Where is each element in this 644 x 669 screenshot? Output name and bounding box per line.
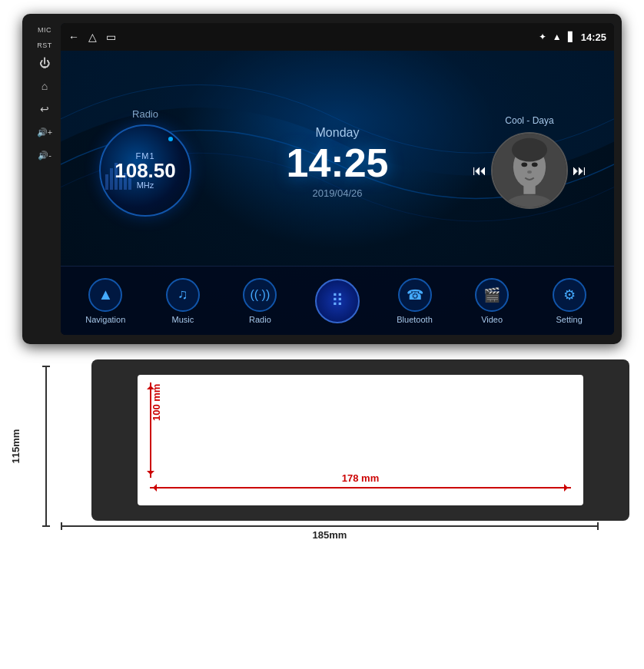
status-bar: ← △ ▭ ✦ ▲ ▋ 14:25 [61,23,614,51]
radio-label: Radio [249,315,271,324]
diagram-area: 178 mm 100 mm 185mm [61,359,622,527]
radio-icon: ((·)) [243,278,277,312]
clock-panel: Monday 14:25 2019/04/26 [222,58,453,266]
next-track-button[interactable]: ⏭ [573,163,586,179]
inner-width-label: 178 mm [342,472,379,484]
power-button[interactable]: ⏻ [34,54,55,72]
clock-day: Monday [316,126,360,140]
bluetooth-status-icon: ✦ [539,31,546,42]
app-video[interactable]: 🎬 Video [465,278,519,324]
signal-status-icon: ▋ [568,31,575,42]
album-art-container: ⏮ [473,132,586,209]
clock-time: 14:25 [287,143,389,183]
status-time: 14:25 [581,31,606,43]
radio-frequency: 108.50 [115,161,176,180]
navigation-icon: ▲ [88,278,122,312]
svg-point-13 [532,162,538,167]
vol-up-button[interactable]: 🔊+ [34,123,55,141]
music-track-label: Cool - Daya [505,115,553,126]
app-navigation[interactable]: ▲ Navigation [78,278,132,324]
video-label: Video [481,315,503,324]
music-icon: ♫ [166,278,200,312]
radio-display: FM1 108.50 MHz [99,124,191,217]
svg-point-12 [521,162,527,167]
svg-rect-2 [110,168,113,190]
mic-label: MIC [38,26,51,34]
mic-area: MIC [38,26,51,34]
home-side-button[interactable]: ⌂ [34,77,55,95]
app-bar: ▲ Navigation ♫ Music ((·)) Radio [61,266,614,335]
outer-width-line: 185mm [61,525,599,527]
app-setting[interactable]: ⚙ Setting [543,278,596,324]
album-art [491,132,568,209]
status-indicators: ✦ ▲ ▋ 14:25 [539,31,606,43]
outer-height-measure: 115mm [39,366,47,527]
svg-rect-10 [523,184,535,194]
recents-nav-icon[interactable]: ▭ [106,31,116,43]
bluetooth-icon: ☎ [398,278,432,312]
content-panels: Radio FM1 [61,51,614,266]
setting-label: Setting [556,315,583,324]
prev-track-button[interactable]: ⏮ [473,163,486,179]
inner-width-arrow: 178 mm [150,487,571,489]
radio-indicator [168,137,173,141]
artist-portrait [493,134,566,207]
outer-frame: 178 mm 100 mm [91,359,629,521]
svg-rect-1 [105,174,108,190]
music-panel: Cool - Daya ⏮ [453,58,606,266]
home-nav-icon[interactable]: △ [88,31,97,43]
screen-main: Radio FM1 [61,51,614,335]
radio-panel-label: Radio [132,108,158,120]
bluetooth-label: Bluetooth [397,315,432,324]
music-label: Music [171,315,194,324]
vol-down-button[interactable]: 🔊- [34,146,55,164]
navigation-label: Navigation [85,315,125,324]
app-radio[interactable]: ((·)) Radio [233,278,287,324]
svg-point-9 [512,138,547,162]
svg-point-14 [527,171,532,174]
app-music[interactable]: ♫ Music [156,278,210,324]
inner-height-arrow: 100 mm [150,383,151,478]
app-home[interactable]: ⠿ [310,279,364,323]
outer-height-label: 115mm [10,429,22,464]
app-bluetooth[interactable]: ☎ Bluetooth [388,278,442,324]
rst-label: RST [37,41,52,49]
setting-icon: ⚙ [553,278,586,312]
outer-width-label: 185mm [313,529,347,541]
back-nav-icon[interactable]: ← [68,31,79,43]
back-button[interactable]: ↩ [34,100,55,118]
inner-height-label: 100 mm [151,383,162,420]
inner-frame: 178 mm 100 mm [138,375,583,505]
radio-unit: MHz [137,180,154,190]
outer-width-measure: 185mm [61,525,622,527]
clock-date: 2019/04/26 [312,187,362,199]
dimension-section: 115mm 178 mm 100 mm 18 [22,344,622,527]
stereo-unit: MIC RST ⏻ ⌂ ↩ 🔊+ 🔊- ← △ ▭ ✦ ▲ ▋ 14:25 [22,14,622,344]
radio-panel: Radio FM1 [68,58,222,266]
wifi-status-icon: ▲ [553,31,562,42]
nav-buttons: ← △ ▭ [68,31,116,43]
video-icon: 🎬 [475,278,509,312]
home-icon: ⠿ [315,279,360,323]
screen: ← △ ▭ ✦ ▲ ▋ 14:25 [61,23,614,335]
side-buttons: MIC RST ⏻ ⌂ ↩ 🔊+ 🔊- [28,23,61,335]
